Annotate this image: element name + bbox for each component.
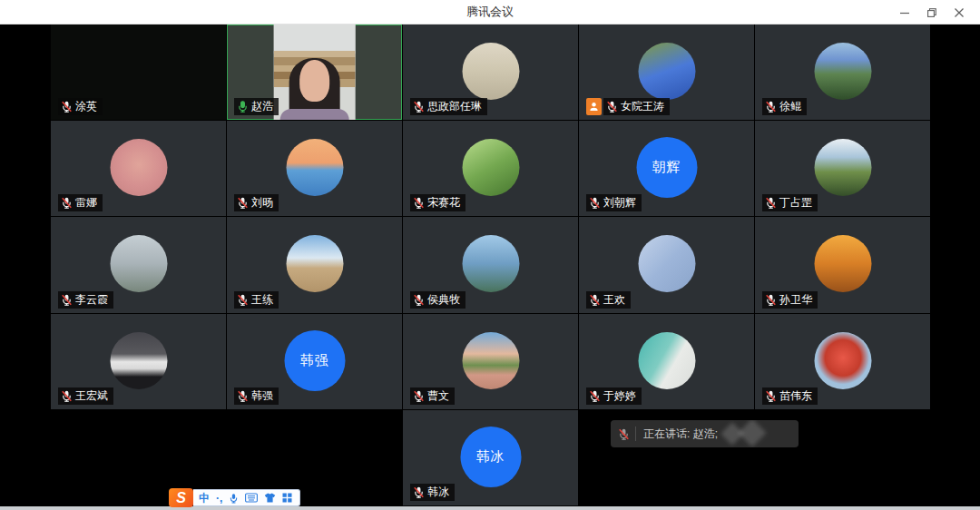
name-label-row: 徐鲲 [762,98,807,115]
name-label-row: 刘朝辉 [586,194,642,211]
mic-muted-icon [61,390,73,402]
voice-input-button[interactable] [229,493,239,504]
name-label-row: 赵浩 [234,98,279,115]
soft-keyboard-button[interactable] [245,493,258,503]
participant-tile-韩强[interactable]: 韩强 韩强 [227,314,402,409]
name-label-row: 苗伟东 [762,387,818,405]
voice-input-icon [229,493,239,504]
participant-name-label: 涂英 [58,98,103,115]
participant-tile-思政部任琳[interactable]: 思政部任琳 [403,25,578,120]
participant-name-label: 思政部任琳 [410,98,487,115]
participant-tile-于婷婷[interactable]: 于婷婷 [579,314,754,409]
participant-tile-雷娜[interactable]: 雷娜 [51,121,226,216]
mic-muted-icon [413,390,425,402]
participant-tile-刘朝辉[interactable]: 朝辉 刘朝辉 [579,121,754,216]
participant-name-text: 刘旸 [251,196,273,210]
mic-muted-icon [765,197,777,209]
participant-tile-王练[interactable]: 王练 [227,217,402,312]
participant-name-label: 女院王涛 [603,98,670,115]
mic-muted-icon [765,101,777,113]
name-label-row: 曹文 [410,387,455,405]
avatar-green-plant [462,139,519,196]
close-button[interactable] [946,0,973,25]
participant-name-text: 雷娜 [75,196,97,210]
mic-muted-icon [413,294,425,306]
mic-muted-icon [589,390,601,402]
avatar-sunset-lake [814,235,871,292]
punctuation-button[interactable]: ·, [216,493,222,504]
participant-name-label: 于婷婷 [586,387,642,405]
titlebar: 腾讯会议 [0,0,980,25]
mic-muted-icon [589,294,601,306]
mic-muted-icon [413,101,425,113]
participant-name-text: 赵浩 [251,100,273,113]
minimize-button[interactable] [891,0,918,25]
participant-tile-丁占罡[interactable]: 丁占罡 [755,121,930,216]
mic-muted-icon [237,197,249,209]
ime-toolbar: S 中 ·, [169,488,300,507]
mic-on-icon [237,101,249,113]
avatar-initials-circle: 韩强 [284,330,345,391]
participant-tile-王欢[interactable]: 王欢 [579,217,754,312]
avatar-red-flower [814,332,871,389]
participant-tile-女院王涛[interactable]: 女院王涛 [579,25,754,120]
participant-name-label: 丁占罡 [762,194,818,211]
name-label-row: 女院王涛 [586,98,670,115]
name-label-row: 雷娜 [58,194,103,211]
participant-name-text: 思政部任琳 [427,100,482,113]
name-label-row: 丁占罡 [762,194,818,211]
close-icon [955,8,964,17]
participant-name-label: 赵浩 [234,98,279,115]
avatar-stone-tower [110,235,167,292]
avatar-desert-dune-person [462,332,519,389]
participant-name-label: 孙卫华 [762,291,818,309]
participant-tile-徐鲲[interactable]: 徐鲲 [755,25,930,120]
avatar-white-dress-sea [638,332,695,389]
skin-center-button[interactable] [264,493,276,503]
participant-tile-李云霞[interactable]: 李云霞 [51,217,226,312]
chinese-mode-button[interactable]: 中 [199,493,210,504]
participant-tile-侯典牧[interactable]: 侯典牧 [403,217,578,312]
participant-name-text: 曹文 [427,389,449,403]
mic-muted-icon [61,101,73,113]
name-label-row: 韩强 [234,387,279,405]
participant-tile-曹文[interactable]: 曹文 [403,314,578,409]
window-title: 腾讯会议 [466,4,514,20]
speaking-indicator-banner: 正在讲话: 赵浩; [611,420,799,447]
participant-tile-孙卫华[interactable]: 孙卫华 [755,217,930,312]
participant-name-label: 韩冰 [410,484,455,501]
name-label-row: 涂英 [58,98,103,115]
participant-name-text: 徐鲲 [779,100,801,113]
mic-muted-icon [237,390,249,402]
sogou-toolbox-button[interactable] [282,493,292,503]
participant-name-label: 李云霞 [58,291,113,309]
host-badge-icon [586,98,602,115]
sogou-logo-icon[interactable]: S [169,488,193,507]
participant-tile-宋赛花[interactable]: 宋赛花 [403,121,578,216]
participant-name-label: 刘朝辉 [586,194,642,211]
participant-name-text: 丁占罡 [779,196,812,210]
participant-name-text: 苗伟东 [779,389,812,403]
participant-tile-苗伟东[interactable]: 苗伟东 [755,314,930,409]
avatar-initials-circle: 朝辉 [636,137,697,198]
mic-muted-icon [765,294,777,306]
participant-tile-刘旸[interactable]: 刘旸 [227,121,402,216]
participant-name-text: 宋赛花 [427,196,460,210]
participant-tile-韩冰[interactable]: 韩冰 韩冰 [403,410,578,505]
restore-button[interactable] [918,0,946,25]
avatar-mountain-valley [814,43,871,100]
restore-icon [927,8,936,17]
participant-tile-涂英[interactable]: 涂英 [51,25,226,120]
participant-name-label: 雷娜 [58,194,103,211]
participant-name-text: 韩冰 [427,485,449,499]
participant-name-text: 王宏斌 [75,389,108,403]
avatar-sunset-sea-cartoon [286,139,343,196]
participant-tile-王宏斌[interactable]: 王宏斌 [51,314,226,409]
name-label-row: 王宏斌 [58,387,113,405]
name-label-row: 刘旸 [234,194,279,211]
name-label-row: 宋赛花 [410,194,466,211]
participant-tile-赵浩[interactable]: 赵浩 [227,25,402,120]
ime-strip: 中 ·, [193,489,300,506]
banner-divider [635,427,636,441]
name-label-row: 李云霞 [58,291,113,309]
